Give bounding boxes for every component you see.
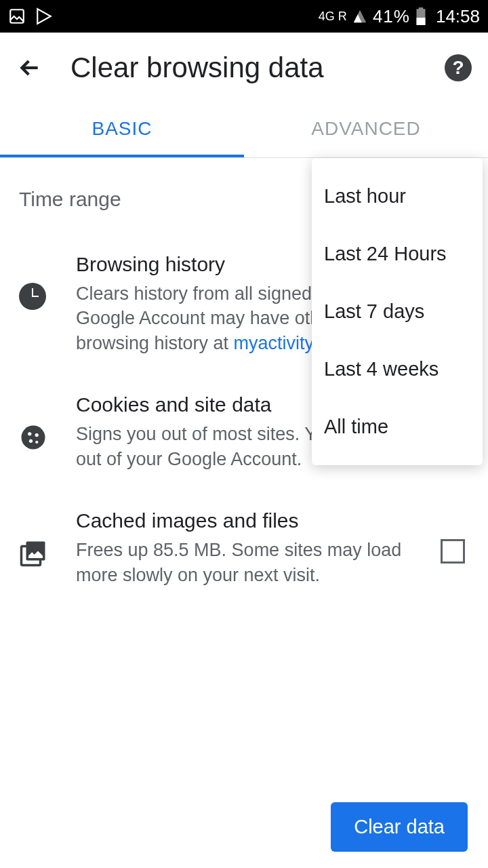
svg-rect-3 xyxy=(416,18,425,25)
status-bar: 4G R 41% 14:58 xyxy=(0,0,488,33)
tab-bar: BASIC ADVANCED xyxy=(0,103,488,158)
clear-data-button[interactable]: Clear data xyxy=(331,802,468,852)
svg-point-4 xyxy=(22,426,45,450)
play-store-icon xyxy=(35,7,53,25)
history-icon xyxy=(19,283,49,313)
signal-icon xyxy=(352,9,367,24)
svg-point-7 xyxy=(29,439,33,443)
time-range-dropdown: Last hour Last 24 Hours Last 7 days Last… xyxy=(312,158,483,465)
app-header: Clear browsing data ? xyxy=(0,33,488,103)
network-type: 4G R xyxy=(319,10,347,22)
page-title: Clear browsing data xyxy=(70,52,418,84)
tab-basic[interactable]: BASIC xyxy=(0,103,244,157)
item-cached[interactable]: Cached images and files Frees up 85.5 MB… xyxy=(19,504,469,587)
dropdown-option[interactable]: Last 4 weeks xyxy=(312,340,483,398)
svg-rect-0 xyxy=(10,9,24,23)
dropdown-option[interactable]: Last hour xyxy=(312,167,483,225)
item-title: Cached images and files xyxy=(76,509,413,532)
cookie-icon xyxy=(19,423,49,453)
svg-point-8 xyxy=(35,441,38,443)
dropdown-option[interactable]: All time xyxy=(312,398,483,456)
cache-checkbox[interactable] xyxy=(441,539,465,564)
back-arrow-icon[interactable] xyxy=(16,54,43,81)
svg-point-5 xyxy=(28,432,31,435)
image-stack-icon xyxy=(19,539,49,569)
footer: Clear data xyxy=(331,802,468,852)
tab-advanced[interactable]: ADVANCED xyxy=(244,103,488,157)
svg-rect-2 xyxy=(419,7,424,9)
content-area: Time range Browsing history Clears histo… xyxy=(0,158,488,587)
dropdown-option[interactable]: Last 7 days xyxy=(312,283,483,340)
svg-point-6 xyxy=(35,433,39,437)
battery-percentage: 41% xyxy=(373,6,410,27)
clock-time: 14:58 xyxy=(436,6,480,27)
dropdown-option[interactable]: Last 24 Hours xyxy=(312,225,483,283)
gallery-icon xyxy=(8,7,26,25)
help-icon[interactable]: ? xyxy=(445,54,472,81)
battery-icon xyxy=(415,7,426,25)
item-description: Frees up 85.5 MB. Some sites may load mo… xyxy=(76,538,413,587)
